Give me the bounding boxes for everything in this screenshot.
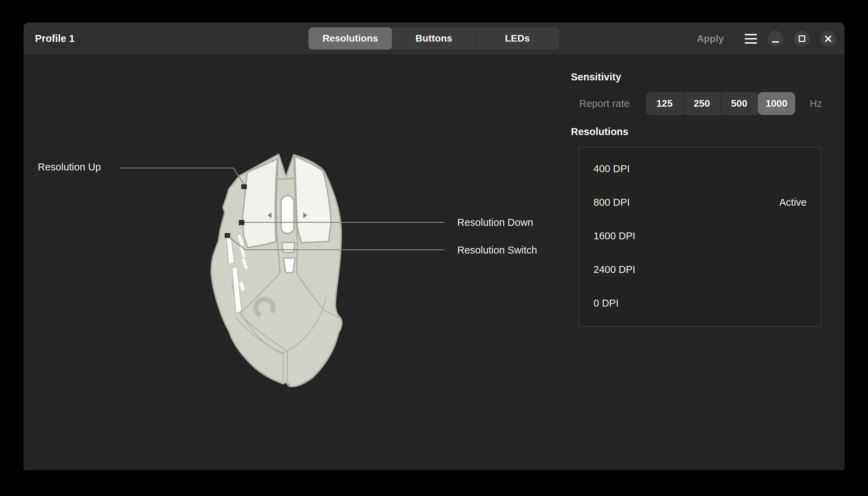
- maximize-button[interactable]: [794, 31, 810, 47]
- tab-switcher: Resolutions Buttons LEDs: [309, 27, 559, 50]
- header-actions: Apply: [697, 23, 836, 54]
- right-button: [295, 156, 331, 243]
- close-button[interactable]: [820, 31, 836, 47]
- report-rate-group: 125 250 500 1000: [646, 92, 795, 115]
- close-icon: [824, 35, 832, 43]
- sensitivity-heading: Sensitivity: [571, 71, 621, 83]
- hz-unit-label: Hz: [810, 98, 822, 109]
- hamburger-icon: [745, 42, 757, 44]
- hamburger-icon: [745, 38, 757, 39]
- menu-button[interactable]: [745, 31, 757, 47]
- tab-leds[interactable]: LEDs: [476, 27, 559, 50]
- apply-button[interactable]: Apply: [697, 33, 724, 44]
- callout-label-resolution-switch: Resolution Switch: [457, 245, 537, 256]
- report-rate-250[interactable]: 250: [683, 92, 721, 115]
- resolution-label: 800 DPI: [593, 197, 630, 208]
- resolution-label: 0 DPI: [593, 298, 619, 309]
- resolutions-heading: Resolutions: [571, 126, 628, 138]
- report-rate-label: Report rate: [579, 98, 630, 109]
- callout-label-resolution-down: Resolution Down: [457, 217, 533, 228]
- callout-line-resolution-up: [120, 168, 244, 184]
- left-button: [243, 159, 278, 248]
- hamburger-icon: [745, 34, 757, 35]
- resolution-down-marker: [239, 220, 244, 225]
- resolutions-list: 400 DPI 800 DPI Active 1600 DPI 2400 DPI…: [579, 147, 821, 327]
- resolution-switch-marker: [225, 233, 230, 238]
- tab-resolutions[interactable]: Resolutions: [309, 27, 392, 50]
- resolution-up-marker: [241, 184, 247, 189]
- minimize-icon: [772, 41, 779, 43]
- resolution-status: Active: [779, 197, 807, 208]
- resolution-row[interactable]: 800 DPI Active: [579, 186, 821, 219]
- report-rate-500[interactable]: 500: [721, 92, 758, 115]
- tab-buttons[interactable]: Buttons: [392, 27, 476, 50]
- resolution-label: 1600 DPI: [593, 230, 635, 242]
- resolution-row[interactable]: 0 DPI: [579, 286, 821, 320]
- report-rate-1000[interactable]: 1000: [758, 92, 795, 115]
- scroll-wheel: [281, 196, 294, 233]
- report-rate-125[interactable]: 125: [646, 92, 683, 115]
- resolution-row[interactable]: 2400 DPI: [579, 253, 821, 286]
- resolution-label: 400 DPI: [593, 163, 630, 175]
- minimize-button[interactable]: [767, 31, 783, 47]
- resolution-row[interactable]: 1600 DPI: [579, 219, 821, 253]
- resolution-row[interactable]: 400 DPI: [579, 152, 821, 186]
- window-title: Profile 1: [35, 23, 75, 54]
- headerbar: Profile 1 Resolutions Buttons LEDs Apply: [24, 23, 844, 55]
- content-area: Resolution Up Resolution Down Resolution…: [24, 55, 844, 470]
- maximize-icon: [799, 35, 805, 42]
- callout-label-resolution-up: Resolution Up: [38, 161, 101, 173]
- resolution-label: 2400 DPI: [593, 264, 635, 275]
- app-window: Profile 1 Resolutions Buttons LEDs Apply: [24, 23, 844, 470]
- wheel-mode-button: [282, 242, 295, 253]
- dpi-button: [284, 258, 295, 273]
